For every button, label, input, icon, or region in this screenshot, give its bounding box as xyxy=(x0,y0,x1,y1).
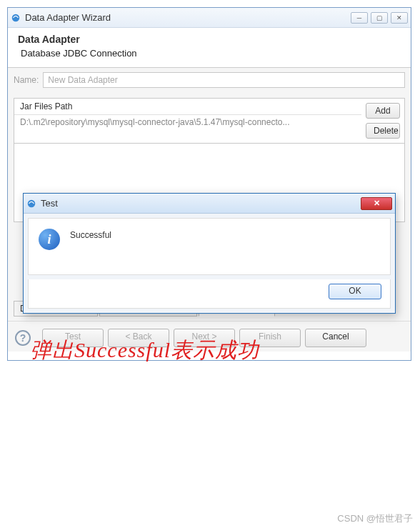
annotation-text: 弹出Successful表示成功 xyxy=(30,336,259,365)
help-icon[interactable]: ? xyxy=(15,330,31,346)
table-row[interactable]: D:\.m2\repository\mysql\mysql-connector-… xyxy=(14,115,361,129)
info-icon: i xyxy=(39,229,60,250)
dialog-close-button[interactable]: ✕ xyxy=(361,197,392,210)
banner-title: Data Adapter xyxy=(18,34,401,45)
dialog-message: Successful xyxy=(70,229,111,240)
dialog-title-text: Test xyxy=(41,198,58,209)
name-label: Name: xyxy=(14,75,39,85)
jar-table[interactable]: Jar Files Path D:\.m2\repository\mysql\m… xyxy=(14,99,361,143)
name-input[interactable] xyxy=(43,72,405,88)
ok-button[interactable]: OK xyxy=(329,284,381,299)
jar-files-group: Jar Files Path D:\.m2\repository\mysql\m… xyxy=(14,98,405,144)
app-icon xyxy=(26,199,36,209)
app-icon xyxy=(11,13,21,23)
delete-button[interactable]: Delete xyxy=(366,123,400,139)
dialog-body: i Successful xyxy=(28,218,391,275)
test-dialog: Test ✕ i Successful OK xyxy=(23,193,396,314)
maximize-button[interactable]: ▢ xyxy=(371,12,388,24)
titlebar[interactable]: Data Adapter Wizard ─ ▢ ✕ xyxy=(8,8,411,28)
svg-point-0 xyxy=(12,14,20,21)
dialog-titlebar[interactable]: Test ✕ xyxy=(24,194,395,214)
cancel-button[interactable]: Cancel xyxy=(305,329,366,347)
jar-table-header: Jar Files Path xyxy=(14,99,361,115)
watermark: CSDN @悟世君子 xyxy=(337,512,413,525)
banner-subtitle: Database JDBC Connection xyxy=(18,48,401,59)
dialog-footer: OK xyxy=(28,279,391,309)
window-title: Data Adapter Wizard xyxy=(25,12,111,23)
close-button[interactable]: ✕ xyxy=(391,12,408,24)
minimize-button[interactable]: ─ xyxy=(351,12,368,24)
add-button[interactable]: Add xyxy=(366,103,400,119)
svg-point-1 xyxy=(28,199,36,207)
banner: Data Adapter Database JDBC Connection xyxy=(8,28,411,68)
